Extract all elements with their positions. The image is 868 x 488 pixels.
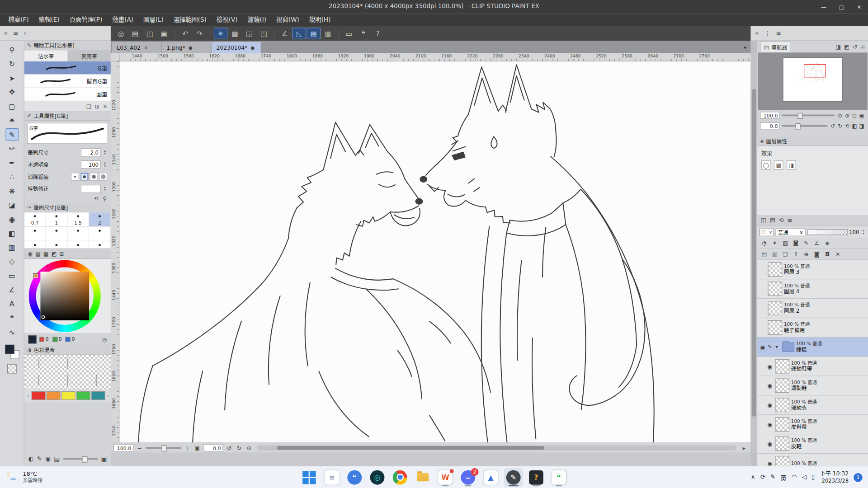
canvas-zoom-value[interactable]: 100.0 [113,444,133,451]
color-swatch[interactable] [76,391,90,400]
layer-opacity-stepper[interactable]: ▴▾ [861,229,866,235]
move-canvas-tool[interactable]: ↻ [5,58,19,70]
layer-palette-tab-icon[interactable]: ◫ [760,217,766,224]
clip-to-layer-below-icon[interactable]: ◔ [760,239,769,248]
palette-color-combo[interactable]: ▢∨ [760,228,774,236]
subtool-item[interactable]: 圓筆 [24,88,111,101]
layer-row[interactable]: ◉ ✎ ▾ 100 % 普通 皮鞋帶 [757,415,868,434]
comment-icon[interactable]: ❝ [357,28,371,39]
navigator-rotation-slider[interactable] [782,125,828,127]
brush-size-preset[interactable]: 3 [46,241,68,249]
aa-middle-option[interactable] [90,172,98,180]
new-raster-layer-icon[interactable]: ▤ [760,250,769,259]
fit-to-window-icon[interactable]: ▣ [193,445,201,450]
fit-to-screen-icon[interactable]: ⊡ [851,113,858,118]
sv-marker[interactable] [42,315,45,319]
help-icon[interactable]: ? [371,28,385,39]
delete-subtool-icon[interactable]: ✕ [103,103,107,109]
grid-view-icon[interactable]: ▥ [321,28,335,39]
fill-tool[interactable]: ◧ [5,227,19,239]
actual-size-icon[interactable]: ▣ [858,113,865,118]
flip-vertical-icon[interactable]: ◨ [858,123,865,129]
zoom-in-icon[interactable]: ⊕ [844,113,851,118]
subtool-item[interactable]: G筆 [24,61,111,75]
brush-size-preset[interactable]: 2.5 [24,241,46,249]
rotate-cw-icon[interactable]: ↻ [836,123,844,129]
taskbar-app-line[interactable]: ❝ [549,468,568,487]
sep-3[interactable] [274,29,274,38]
undo-icon[interactable]: ↶ [178,28,192,39]
create-mask-icon[interactable]: ◙ [812,250,821,259]
color-mix-cell[interactable] [38,375,39,385]
tray-volume-icon[interactable]: ◁ [802,474,807,481]
tab-list-dropdown-icon[interactable]: ▾ [740,42,750,53]
navigator-view-rect[interactable] [804,64,826,77]
zoom-out-icon[interactable]: − [136,445,143,450]
color-mix-cell[interactable] [96,375,97,385]
tone-effect-icon[interactable]: ▩ [774,160,783,170]
document-tab-marker[interactable]: × [144,45,147,50]
apply-mask-icon[interactable]: ◘ [823,250,832,259]
close-button[interactable]: ✕ [850,0,868,13]
layer-row[interactable]: ◉ ✎ ▾ 100 % 普通 運動衣 [757,396,868,415]
csp-start-icon[interactable]: ◎ [114,28,128,39]
document-tab-marker[interactable]: ● [251,45,255,50]
tray-update-icon[interactable]: ⟳ [760,474,765,481]
brush-size-preset[interactable]: 1.5 [67,212,89,227]
layer-opacity-value[interactable]: 100 [849,229,859,235]
scroll-right-icon[interactable]: ▸ [740,445,748,450]
text-tool[interactable]: A [5,298,19,310]
brush-size-preset[interactable] [89,227,111,241]
brush-size-value[interactable]: 2.0 [81,148,101,156]
layer-panel-menu-icon[interactable]: ≡ [787,217,792,224]
enable-mask-icon[interactable]: ◙ [791,239,801,248]
layer-visibility-icon[interactable]: ◉ [766,402,774,408]
gradient-tool[interactable]: ▥ [5,241,19,253]
draft-layer-icon[interactable]: ✎ [802,239,811,248]
brush-size-preset[interactable] [24,227,46,241]
blend-tool[interactable]: ◉ [5,213,19,225]
zoom-tool[interactable]: ⚲ [5,44,19,56]
layer-row[interactable]: ◉ ✎ ▾ 100 % 普通 鞋子備用 [757,318,868,338]
ruler-range-icon[interactable]: ∠ [812,239,821,248]
show-detail-icon[interactable]: ⚲ [103,196,107,202]
layer-color-icon[interactable]: ◨ [787,160,796,170]
delete-layer-icon[interactable]: ✕ [833,250,843,259]
lock-transparent-pixels-icon[interactable]: ▨ [781,239,790,248]
taskbar-app-security[interactable]: ◎ [368,468,387,487]
frame-border-tool[interactable]: ▭ [5,269,19,282]
layer-visibility-icon[interactable]: ◉ [766,383,774,389]
blend-mini-icon[interactable]: ◉ [45,455,51,462]
tray-hidden-icons-icon[interactable]: ∧ [751,474,755,481]
opacity-stepper[interactable]: ▴▾ [103,161,108,167]
redo-icon[interactable]: ↷ [193,28,207,39]
vertical-scrollbar[interactable] [750,53,757,453]
navigator-preview[interactable] [758,52,867,110]
menu-item[interactable]: 圖層(L) [138,14,169,26]
layer-visibility-icon[interactable]: ◉ [766,363,774,369]
layer-row[interactable]: ◉ ✎ ▾ 100 % 普通 圖層 4 [757,279,868,299]
quick-size-slider[interactable] [63,458,98,460]
hue-marker[interactable] [34,274,38,278]
layer-thumbnail[interactable] [775,436,789,451]
layer-visibility-icon[interactable]: ◉ [766,460,774,466]
scale-rotate-icon[interactable]: ◳ [257,28,271,39]
brush-size-preset[interactable] [67,241,89,249]
taskbar-app-photos[interactable]: ▲ [481,468,500,487]
sep-4[interactable] [338,29,339,38]
opacity-mini-icon[interactable]: ◐ [28,455,33,462]
next-swatch-icon[interactable]: › [106,393,110,398]
reset-view-icon[interactable]: ⊙ [245,445,253,450]
navigator-zoom-value[interactable]: 100.0 [760,112,780,119]
tool-property-panel-header[interactable]: ✐ 工具屬性[G筆] [24,111,111,121]
menu-item[interactable]: 編輯(E) [34,14,65,26]
tray-ime-indicator[interactable]: 英 [780,473,786,482]
move-layer-tool[interactable]: ✥ [5,86,19,98]
pen-mini-icon[interactable]: ✎ [37,455,42,462]
airbrush-tool[interactable]: ∴ [5,171,19,183]
sep-2[interactable] [210,29,210,38]
navigator-zoom-slider[interactable] [782,114,835,116]
taskbar-app-chat[interactable]: ❝ [345,468,364,487]
correction-line-tool[interactable]: ∿ [5,326,19,338]
tray-battery-icon[interactable]: ▯ [811,474,815,481]
